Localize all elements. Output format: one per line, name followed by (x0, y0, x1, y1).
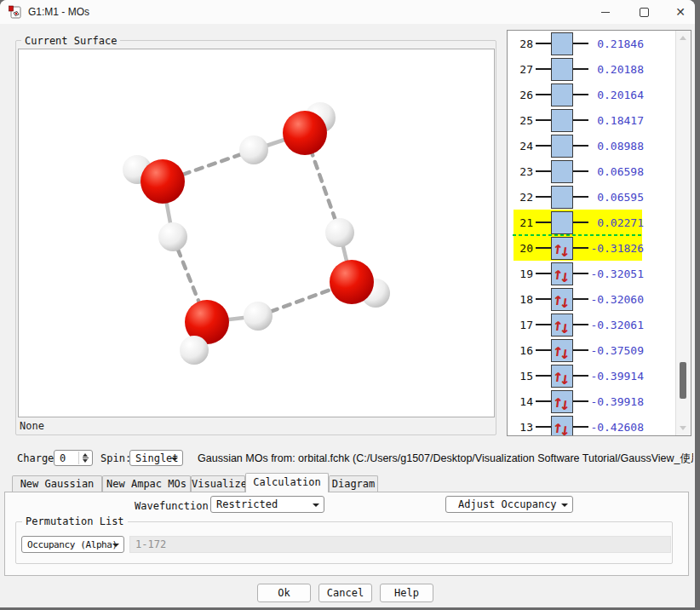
scrollbar-thumb[interactable] (680, 362, 686, 399)
oxygen-atom[interactable] (283, 111, 327, 155)
hydrogen-atom[interactable] (325, 218, 354, 247)
mo-level-box[interactable]: ↑↓ (551, 416, 573, 437)
mo-tick-right (573, 222, 588, 223)
help-button[interactable]: Help (380, 584, 433, 602)
mo-row[interactable]: 280.21846 (508, 31, 676, 56)
mo-tick-left (536, 400, 551, 402)
charge-spinbox[interactable]: 0 (54, 450, 93, 466)
mo-index: 15 (508, 370, 533, 383)
mo-tick-left (536, 375, 551, 377)
molecule-viewport[interactable] (18, 49, 495, 417)
mo-source-path: Gaussian MOs from: orbital.fchk (C:/User… (198, 452, 693, 466)
occupancy-alpha-value: Occupancy (Alpha) (27, 539, 118, 550)
tab-calculation[interactable]: Calculation (245, 473, 329, 492)
current-surface-label: Current Surface (21, 35, 120, 47)
mo-row[interactable]: 270.20188 (508, 56, 676, 82)
mo-tick-right (573, 400, 588, 402)
surface-status: None (20, 420, 44, 432)
oxygen-atom[interactable] (330, 260, 374, 304)
spin-select[interactable]: Singlet (129, 450, 183, 466)
electron-pair-arrows: ↑↓ (552, 342, 572, 359)
mo-energy-value: 0.06598 (588, 165, 644, 178)
wavefunction-label: Wavefunction: (135, 500, 215, 512)
mo-row[interactable]: 220.06595 (508, 184, 676, 210)
mo-row[interactable]: 14↑↓-0.39918 (508, 388, 676, 414)
maximize-button[interactable] (628, 0, 660, 24)
mo-energy-value: -0.32051 (588, 268, 644, 280)
minimize-button[interactable] (589, 0, 622, 24)
scroll-down-icon[interactable] (680, 426, 686, 430)
permutation-input[interactable]: 1-172 (129, 536, 671, 553)
wavefunction-select[interactable]: Restricted (210, 496, 324, 513)
mo-level-box[interactable]: ↑↓ (551, 288, 573, 311)
mo-row[interactable]: 19↑↓-0.32051 (508, 261, 676, 286)
mo-level-box[interactable] (551, 135, 573, 158)
hydrogen-atom[interactable] (158, 222, 187, 251)
minimize-icon (601, 12, 610, 13)
mo-row[interactable]: 20↑↓-0.31826 (508, 235, 676, 261)
mo-tick-left (536, 119, 551, 121)
scroll-up-icon[interactable] (680, 36, 686, 40)
permutation-value: 1-172 (135, 538, 166, 550)
mo-level-box[interactable] (551, 160, 573, 183)
mo-level-box[interactable] (551, 83, 573, 106)
cancel-button[interactable]: Cancel (318, 584, 372, 602)
mo-level-box[interactable] (551, 109, 573, 132)
permutation-list-label: Permutation List (22, 515, 128, 527)
mo-row[interactable]: 17↑↓-0.32061 (508, 312, 676, 337)
mo-level-box[interactable]: ↑↓ (551, 262, 573, 285)
occupancy-alpha-select[interactable]: Occupancy (Alpha) (21, 536, 124, 553)
mo-row[interactable]: 240.08988 (508, 133, 676, 158)
mo-tick-right (573, 349, 588, 351)
mo-level-box[interactable] (551, 211, 573, 234)
mo-energy-value: -0.31826 (588, 242, 644, 255)
mo-tick-right (573, 196, 588, 198)
oxygen-atom[interactable] (141, 159, 185, 204)
tab-new-gaussian-mos[interactable]: New Gaussian MOs (12, 475, 102, 492)
mo-level-box[interactable] (551, 186, 573, 209)
hydrogen-atom[interactable] (244, 302, 273, 331)
mo-level-box[interactable]: ↑↓ (551, 365, 573, 388)
spin-label: Spin: (100, 452, 131, 464)
hydrogen-atom[interactable] (239, 135, 268, 164)
ok-button[interactable]: Ok (257, 584, 311, 602)
mo-row[interactable]: 16↑↓-0.37509 (508, 337, 676, 363)
mo-level-box[interactable] (551, 58, 573, 81)
mo-tick-left (536, 222, 551, 223)
mo-row[interactable]: 210.02271 (508, 210, 676, 235)
mo-level-box[interactable] (551, 32, 573, 55)
hydrogen-atom[interactable] (180, 336, 209, 365)
screen-background: G1:M1 - MOs ✕ Current Surface (0, 0, 700, 610)
tab-diagram[interactable]: Diagram (329, 475, 378, 492)
mo-row[interactable]: 230.06598 (508, 158, 676, 184)
mo-tick-left (536, 273, 551, 274)
mo-level-box[interactable]: ↑↓ (551, 237, 573, 260)
mo-level-box[interactable]: ↑↓ (551, 390, 573, 413)
mo-tick-left (536, 170, 551, 172)
mo-energy-value: 0.20164 (588, 89, 644, 101)
mo-row[interactable]: 18↑↓-0.32060 (508, 286, 676, 312)
mo-energy-value: -0.42608 (588, 421, 644, 434)
mo-level-box[interactable]: ↑↓ (551, 314, 573, 337)
mo-index: 24 (508, 140, 533, 152)
mo-energy-value: -0.39914 (588, 370, 644, 383)
tab-new-ampac-mos[interactable]: New Ampac MOs (102, 475, 191, 492)
adjust-occupancy-select[interactable]: Adjust Occupancy (445, 496, 573, 513)
charge-stepper[interactable] (78, 452, 91, 464)
spin-down-arrow: ↓ (559, 268, 570, 285)
title-bar[interactable]: G1:M1 - MOs ✕ (0, 0, 695, 24)
mo-scrollbar[interactable] (675, 31, 691, 435)
electron-pair-arrows: ↑↓ (552, 393, 572, 410)
spin-down-arrow: ↓ (559, 242, 570, 259)
chevron-down-icon (313, 504, 319, 507)
tab-visualize[interactable]: Visualize (191, 475, 245, 492)
mo-level-box[interactable]: ↑↓ (551, 339, 573, 362)
mo-row[interactable]: 250.18417 (508, 107, 676, 133)
mo-row[interactable]: 260.20164 (508, 82, 676, 107)
electron-pair-arrows: ↑↓ (552, 239, 572, 256)
mo-row[interactable]: 13↑↓-0.42608 (508, 414, 676, 436)
close-button[interactable]: ✕ (664, 0, 695, 24)
mo-row[interactable]: 15↑↓-0.39914 (508, 363, 676, 388)
mo-index: 14 (508, 395, 533, 408)
spin-down-arrow: ↓ (559, 319, 570, 336)
